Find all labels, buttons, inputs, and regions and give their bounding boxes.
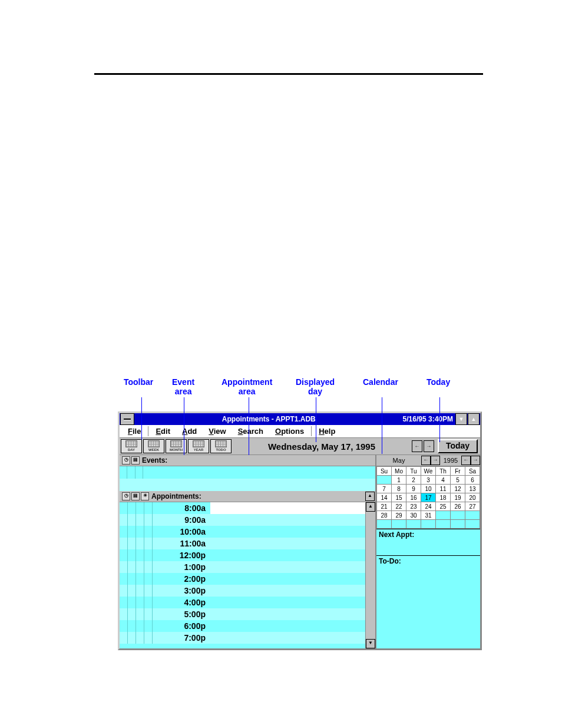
menu-help[interactable]: Help xyxy=(313,426,341,436)
appointment-row[interactable]: 1:00p xyxy=(120,561,375,573)
calendar-cell[interactable]: 30 xyxy=(406,511,421,520)
window-title: Appointments - APPT1.ADB xyxy=(135,415,403,423)
appointments-heading-label: Appointments: xyxy=(151,492,201,500)
calendar-cell[interactable]: 16 xyxy=(406,493,421,502)
clock-icon[interactable]: ◷ xyxy=(122,456,130,465)
today-button[interactable]: Today xyxy=(438,439,478,453)
calendar-cell[interactable]: 3 xyxy=(421,476,436,485)
calendar-cell[interactable]: 13 xyxy=(465,485,480,493)
appointment-slot[interactable] xyxy=(210,502,375,514)
calendar-cell[interactable]: 4 xyxy=(436,476,451,485)
calendar-cell xyxy=(436,520,451,529)
calendar-cell[interactable]: 5 xyxy=(451,476,465,485)
appointment-row[interactable]: 8:00a xyxy=(120,502,375,514)
appointment-slot[interactable] xyxy=(210,514,375,526)
appointment-row[interactable]: 7:00p xyxy=(120,632,375,644)
appointment-slot[interactable] xyxy=(210,632,375,644)
appointment-time: 9:00a xyxy=(153,515,210,525)
calendar-cell[interactable]: 10 xyxy=(421,485,436,493)
titlebar-datetime: 5/16/95 3:40PM xyxy=(403,415,453,423)
menu-view[interactable]: View xyxy=(203,426,232,436)
prev-day-button[interactable]: ← xyxy=(412,440,422,452)
appointment-slot[interactable] xyxy=(210,549,375,561)
menu-add[interactable]: Add xyxy=(176,426,203,436)
calendar-cell[interactable]: 8 xyxy=(392,485,406,493)
menubar: File Edit Add View Search Options Help xyxy=(120,425,480,438)
appointment-slot[interactable] xyxy=(210,620,375,632)
maximize-button[interactable]: ▲ xyxy=(468,413,480,425)
calendar-cell[interactable]: 7 xyxy=(377,485,392,493)
app-window: Appointments - APPT1.ADB 5/16/95 3:40PM … xyxy=(118,411,482,650)
appointment-slot[interactable] xyxy=(210,538,375,549)
menu-options[interactable]: Options xyxy=(269,426,310,436)
appointment-row[interactable]: 6:00p xyxy=(120,620,375,632)
calendar-cell[interactable]: 28 xyxy=(377,511,392,520)
system-menu-icon[interactable] xyxy=(120,413,134,425)
appointment-row[interactable]: 2:00p xyxy=(120,573,375,585)
calendar-cell xyxy=(465,520,480,529)
calendar-cell[interactable]: 2 xyxy=(406,476,421,485)
appointment-time: 3:00p xyxy=(153,586,210,595)
scroll-up-button[interactable]: ▲ xyxy=(365,492,375,501)
next-year-button[interactable]: → xyxy=(471,456,480,465)
toolbar-todo-button[interactable]: TODO xyxy=(210,439,232,453)
calendar-cell[interactable]: 6 xyxy=(465,476,480,485)
next-day-button[interactable]: → xyxy=(424,440,434,452)
menu-search[interactable]: Search xyxy=(232,426,269,436)
appointment-row[interactable]: 12:00p xyxy=(120,549,375,561)
calendar-cell[interactable]: 31 xyxy=(421,511,436,520)
events-area[interactable] xyxy=(120,466,375,491)
calendar-cell[interactable]: 29 xyxy=(392,511,406,520)
calendar-cell[interactable]: 12 xyxy=(451,485,465,493)
appointment-slot[interactable] xyxy=(210,608,375,620)
toolbar-year-button[interactable]: YEAR xyxy=(188,439,209,453)
calendar-cell[interactable]: 24 xyxy=(421,502,436,511)
appointment-slot[interactable] xyxy=(210,526,375,538)
appointment-row[interactable]: 3:00p xyxy=(120,585,375,597)
calendar-cell[interactable]: 27 xyxy=(465,502,480,511)
appointment-time: 6:00p xyxy=(153,621,210,631)
menu-file[interactable]: File xyxy=(122,426,147,436)
calendar-cell[interactable]: 23 xyxy=(406,502,421,511)
calendar-cell[interactable]: 14 xyxy=(377,493,392,502)
note-icon[interactable]: ▤ xyxy=(131,492,140,500)
appointment-slot[interactable] xyxy=(210,597,375,608)
toolbar-day-button[interactable]: DAY xyxy=(121,439,142,453)
calendar-cell[interactable]: 21 xyxy=(377,502,392,511)
appointment-slot[interactable] xyxy=(210,561,375,573)
calendar-cell[interactable]: 25 xyxy=(436,502,451,511)
appointment-time: 1:00p xyxy=(153,562,210,572)
appointment-row[interactable]: 5:00p xyxy=(120,608,375,620)
appointment-row[interactable]: 4:00p xyxy=(120,597,375,608)
prev-month-button[interactable]: ← xyxy=(421,456,431,465)
figure: Toolbar Event area Appointment area Disp… xyxy=(118,377,482,650)
toolbar-week-button[interactable]: WEEK xyxy=(143,439,164,453)
calendar-cell[interactable]: 15 xyxy=(392,493,406,502)
appointment-slot[interactable] xyxy=(210,585,375,597)
calendar-cell[interactable]: 20 xyxy=(465,493,480,502)
appointments-scrollbar[interactable]: ▲ ▼ xyxy=(365,502,375,648)
titlebar: Appointments - APPT1.ADB 5/16/95 3:40PM … xyxy=(120,413,480,425)
appointment-row[interactable]: 10:00a xyxy=(120,526,375,538)
calendar-cell[interactable]: 22 xyxy=(392,502,406,511)
calendar-cell[interactable]: 19 xyxy=(451,493,465,502)
appointment-row[interactable]: 11:00a xyxy=(120,538,375,549)
mini-calendar: SuMoTuWeThFrSa 1234567891011121314151617… xyxy=(376,466,480,529)
calendar-cell[interactable]: 17 xyxy=(421,493,436,502)
calendar-cell[interactable]: 26 xyxy=(451,502,465,511)
alarm-icon[interactable]: ☀ xyxy=(141,492,149,500)
appointment-slot[interactable] xyxy=(210,573,375,585)
minimize-button[interactable]: ▼ xyxy=(455,413,467,425)
prev-year-button[interactable]: ← xyxy=(461,456,471,465)
menu-edit[interactable]: Edit xyxy=(150,426,176,436)
calendar-cell[interactable]: 1 xyxy=(392,476,406,485)
calendar-cell[interactable]: 18 xyxy=(436,493,451,502)
calendar-cell[interactable]: 9 xyxy=(406,485,421,493)
clock-icon[interactable]: ◷ xyxy=(122,492,130,500)
note-icon[interactable]: ▤ xyxy=(131,456,140,465)
calendar-cell[interactable]: 11 xyxy=(436,485,451,493)
next-month-button[interactable]: → xyxy=(431,456,440,465)
appointment-time: 12:00p xyxy=(153,551,210,560)
todo-label: To-Do: xyxy=(379,557,401,565)
appointment-row[interactable]: 9:00a xyxy=(120,514,375,526)
